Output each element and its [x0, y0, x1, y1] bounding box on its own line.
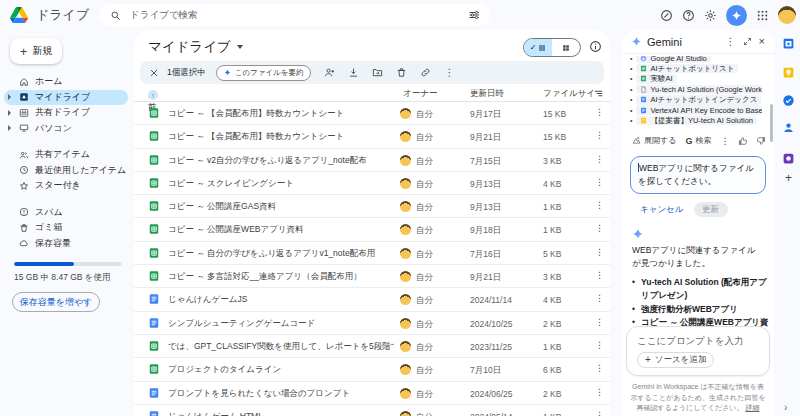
row-more-button[interactable]: ⋮ [595, 177, 604, 187]
column-owner[interactable]: オーナー [403, 88, 437, 100]
expand-panel-icon[interactable] [743, 37, 752, 46]
list-settings-icon[interactable] [593, 88, 604, 99]
add-source-button[interactable]: + ソースを追加 [637, 352, 714, 368]
gemini-button[interactable] [726, 5, 747, 26]
file-row[interactable]: コピー ～ 【会員配布用】時数カウントシート 自分 9月21日 15 KB ⋮ [134, 125, 610, 148]
file-row[interactable]: コピー ～ 【会員配布用】時数カウントシート 自分 9月17日 15 KB ⋮ [134, 102, 610, 125]
response-more-icon[interactable]: ⋮ [720, 136, 729, 146]
file-row[interactable]: コピー ～ 公開講座WEBアプリ資料 自分 9月18日 1 KB ⋮ [134, 218, 610, 241]
column-modified[interactable]: 更新日時 [470, 88, 504, 100]
file-row[interactable]: シンプルシューティングゲームコード 自分 2024/10/25 2 KB ⋮ [134, 312, 610, 335]
search-input[interactable]: ドライブで検索 [100, 4, 490, 26]
prompt-edit-box[interactable]: WEBアプリに関するファイルを探してください。 [630, 156, 766, 194]
row-more-button[interactable]: ⋮ [595, 130, 604, 140]
file-chip[interactable]: 【提案書】YU-tech AI Solution [636, 116, 757, 126]
move-to-folder-icon[interactable] [372, 67, 383, 78]
google-search-button[interactable]: G 検索 [685, 135, 711, 146]
link-icon[interactable] [420, 67, 431, 78]
file-row[interactable]: コピー ～ 公開講座GAS資料 自分 9月13日 1 KB ⋮ [134, 195, 610, 218]
new-button[interactable]: + 新規 [10, 38, 62, 64]
help-icon[interactable] [682, 9, 695, 22]
share-person-add-icon[interactable] [324, 67, 335, 78]
get-addons-icon[interactable]: + [782, 171, 795, 184]
row-more-button[interactable]: ⋮ [595, 410, 604, 416]
trash-icon[interactable] [396, 67, 407, 78]
hide-side-panel-icon[interactable]: › [784, 402, 787, 413]
row-more-button[interactable]: ⋮ [595, 293, 604, 303]
sidebar-item-recent[interactable]: 最近使用したアイテム [4, 163, 128, 179]
file-chip[interactable]: 実験AI [636, 74, 676, 84]
sidebar-item-spam[interactable]: スパム [4, 205, 128, 221]
file-chip[interactable]: Yu-tech AI Solution (Google Work... [636, 85, 762, 95]
sidebar-item-my-drive[interactable]: マイドライブ [4, 90, 128, 106]
contacts-icon[interactable] [782, 121, 795, 134]
offline-indicator-icon[interactable] [660, 9, 673, 22]
file-row[interactable]: コピー ～ 多言語対応__連絡アプリ（会員配布用） 自分 9月21日 3 KB … [134, 265, 610, 288]
file-row[interactable]: プロジェクトのタイムライン 自分 7月10日 6 KB ⋮ [134, 358, 610, 381]
thumbs-up-icon[interactable] [738, 136, 748, 146]
prompt-input-card[interactable]: ここにプロンプトを入力 + ソースを追加 [626, 326, 770, 376]
page-title[interactable]: マイドライブ [148, 38, 243, 56]
calendar-icon[interactable] [782, 37, 795, 50]
expand-response-button[interactable]: 展開する [632, 135, 676, 146]
row-more-button[interactable]: ⋮ [595, 107, 604, 117]
tasks-icon[interactable] [782, 94, 795, 107]
download-icon[interactable] [348, 67, 359, 78]
list-view-button[interactable]: ✓ [524, 39, 552, 56]
file-row[interactable]: では、GPT_CLASSIFY関数を使用して、レポートを5段階で評価すること..… [134, 335, 610, 358]
info-icon[interactable] [589, 40, 602, 53]
toolbar-more-icon[interactable]: ⋮ [444, 68, 454, 78]
close-panel-icon[interactable]: × [759, 36, 765, 47]
grid-view-button[interactable] [552, 39, 580, 56]
sidebar-item-starred[interactable]: スター付き [4, 178, 128, 194]
advanced-search-tune-icon[interactable] [468, 9, 480, 21]
sidebar-item-trash[interactable]: ゴミ箱 [4, 220, 128, 236]
file-row[interactable]: コピー ～ v2自分の学びをふり返るアプリ_note配布 自分 7月15日 3 … [134, 149, 610, 172]
thumbs-down-icon[interactable] [756, 136, 766, 146]
summarize-file-button[interactable]: このファイルを要約 [216, 65, 312, 81]
file-row[interactable]: コピー ～ スクレイピングシート 自分 9月13日 4 KB ⋮ [134, 172, 610, 195]
file-row[interactable]: じゃんけんゲームJS 自分 2024/11/14 4 KB ⋮ [134, 288, 610, 311]
file-chip[interactable]: AIチャットボットインデックス [636, 95, 761, 105]
buy-storage-button[interactable]: 保存容量を増やす [12, 292, 100, 312]
file-row[interactable]: じゃんけんゲーム HTML 自分 2024/05/14 1 KB ⋮ [134, 405, 610, 416]
apps-grid-icon[interactable] [756, 9, 769, 22]
expander-icon[interactable] [8, 94, 11, 100]
panel-more-icon[interactable]: ⋮ [726, 37, 736, 47]
modified-date: 9月21日 [470, 272, 501, 284]
file-chip[interactable]: VertexAI API Key Encode to Base... [636, 105, 762, 115]
file-chip[interactable]: AIチャットボットリスト [636, 64, 738, 74]
file-row[interactable]: プロンプトを見られたくない場合のプロンプト 自分 2024/06/25 2 KB… [134, 382, 610, 405]
row-more-button[interactable]: ⋮ [595, 247, 604, 257]
row-more-button[interactable]: ⋮ [595, 223, 604, 233]
update-button[interactable]: 更新 [694, 202, 728, 217]
sort-ascending-icon[interactable]: ↑ [148, 90, 158, 100]
row-more-button[interactable]: ⋮ [595, 270, 604, 280]
sidebar-item-shared-drives[interactable]: 共有ドライブ [4, 105, 128, 121]
row-more-button[interactable]: ⋮ [595, 363, 604, 373]
panel-scrollbar[interactable] [770, 104, 773, 142]
sidebar-item-computers[interactable]: パソコン [4, 121, 128, 137]
sheets-file-icon [148, 270, 160, 282]
sidebar-item-storage[interactable]: 保存容量 [4, 236, 128, 252]
row-more-button[interactable]: ⋮ [595, 387, 604, 397]
expander-icon[interactable] [8, 110, 11, 116]
file-row[interactable]: コピー ～ 自分の学びをふり返るアプリv1_note配布用 自分 7月16日 5… [134, 242, 610, 265]
row-more-button[interactable]: ⋮ [595, 317, 604, 327]
search-placeholder: ドライブで検索 [130, 9, 468, 22]
sidebar-item-home[interactable]: ホーム [4, 74, 128, 90]
settings-gear-icon[interactable] [704, 9, 717, 22]
expander-icon[interactable] [8, 125, 11, 131]
sidebar-item-shared-with-me[interactable]: 共有アイテム [4, 147, 128, 163]
addon-icon[interactable] [782, 152, 795, 165]
row-more-button[interactable]: ⋮ [595, 340, 604, 350]
keep-icon[interactable] [782, 66, 795, 79]
column-size[interactable]: ファイルサイ [543, 88, 593, 100]
cancel-button[interactable]: キャンセル [640, 204, 684, 216]
account-avatar[interactable] [778, 6, 796, 24]
disclaimer-learn-more-link[interactable]: 詳細 [745, 404, 759, 411]
row-more-button[interactable]: ⋮ [595, 200, 604, 210]
row-more-button[interactable]: ⋮ [595, 154, 604, 164]
file-chip[interactable]: Google AI Studio [636, 56, 710, 63]
clear-selection-icon[interactable] [149, 68, 159, 78]
